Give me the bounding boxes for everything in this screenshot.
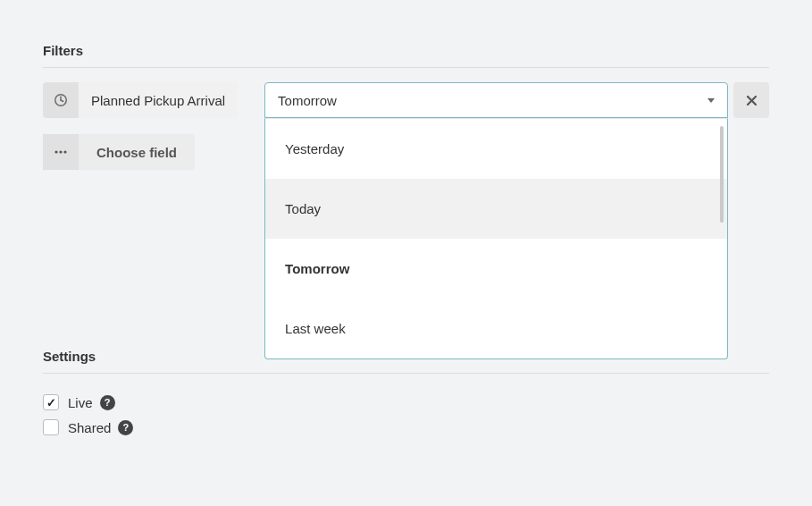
dropdown-option-label: Last week xyxy=(285,321,346,336)
svg-point-7 xyxy=(59,150,62,153)
dropdown-panel: YesterdayTodayTomorrowLast week xyxy=(264,118,728,359)
scrollbar-thumb[interactable] xyxy=(720,126,724,223)
settings-section: Settings Live?Shared? xyxy=(43,349,769,440)
setting-row: Shared? xyxy=(43,415,769,440)
dropdown-selected-value: Tomorrow xyxy=(278,93,337,108)
dropdown-option[interactable]: Yesterday xyxy=(265,119,727,179)
checkbox[interactable] xyxy=(43,419,59,435)
filters-section: Filters Planned Pickup Arrival Tomorrow xyxy=(43,43,769,170)
chevron-down-icon xyxy=(707,98,715,103)
filter-value-dropdown: Tomorrow YesterdayTodayTomorrowLast week xyxy=(264,82,728,118)
setting-label: Shared xyxy=(68,420,111,435)
dropdown-option-label: Yesterday xyxy=(285,141,344,156)
remove-filter-button[interactable] xyxy=(733,82,769,118)
svg-point-8 xyxy=(63,150,66,153)
dropdown-option[interactable]: Today xyxy=(265,179,727,239)
settings-divider xyxy=(43,373,769,374)
dropdown-option[interactable]: Tomorrow xyxy=(265,239,727,299)
setting-label: Live xyxy=(68,395,93,410)
dropdown-option[interactable]: Last week xyxy=(265,299,727,358)
filter-field-label: Planned Pickup Arrival xyxy=(79,93,238,108)
choose-field-label: Choose field xyxy=(79,145,195,160)
close-icon xyxy=(747,96,757,105)
dropdown-option-label: Tomorrow xyxy=(285,261,349,276)
clock-icon xyxy=(43,82,79,118)
filters-divider xyxy=(43,67,769,68)
svg-point-6 xyxy=(54,150,57,153)
dropdown-toggle[interactable]: Tomorrow xyxy=(264,82,728,118)
filter-row: Planned Pickup Arrival Tomorrow Yesterda… xyxy=(43,82,769,118)
setting-row: Live? xyxy=(43,390,769,415)
filters-title: Filters xyxy=(43,43,769,58)
help-icon[interactable]: ? xyxy=(118,420,133,435)
filter-field-chip[interactable]: Planned Pickup Arrival xyxy=(43,82,238,118)
help-icon[interactable]: ? xyxy=(100,395,115,410)
choose-field-button[interactable]: Choose field xyxy=(43,134,195,170)
dropdown-option-label: Today xyxy=(285,201,321,216)
checkbox[interactable] xyxy=(43,394,59,410)
ellipsis-icon xyxy=(43,134,79,170)
